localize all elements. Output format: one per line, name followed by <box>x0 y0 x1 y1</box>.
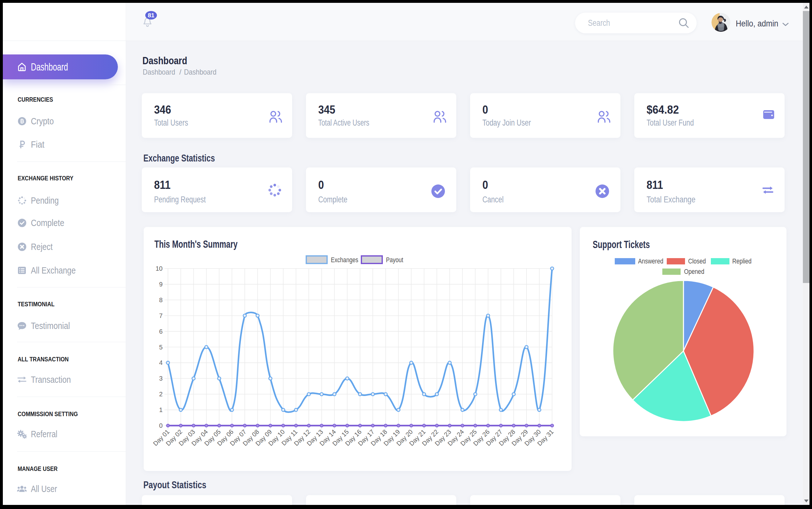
svg-text:4: 4 <box>159 359 163 366</box>
svg-text:6: 6 <box>159 328 163 335</box>
svg-text:This Month's Summary: This Month's Summary <box>154 238 238 250</box>
svg-text:Opened: Opened <box>684 268 704 275</box>
svg-text:Support Tickets: Support Tickets <box>593 239 650 250</box>
svg-text:2: 2 <box>159 391 163 398</box>
svg-text:10: 10 <box>156 265 163 272</box>
svg-text:7: 7 <box>159 312 163 319</box>
svg-text:1: 1 <box>159 406 163 413</box>
svg-text:Exchanges: Exchanges <box>331 256 358 264</box>
svg-text:Replied: Replied <box>732 257 751 265</box>
svg-text:Closed: Closed <box>688 257 706 265</box>
svg-text:9: 9 <box>159 281 163 288</box>
svg-text:Answered: Answered <box>638 257 663 265</box>
svg-text:3: 3 <box>159 375 163 382</box>
svg-text:Payout: Payout <box>386 256 403 264</box>
svg-text:8: 8 <box>159 297 163 303</box>
svg-text:5: 5 <box>159 344 163 351</box>
svg-text:0: 0 <box>159 422 163 429</box>
